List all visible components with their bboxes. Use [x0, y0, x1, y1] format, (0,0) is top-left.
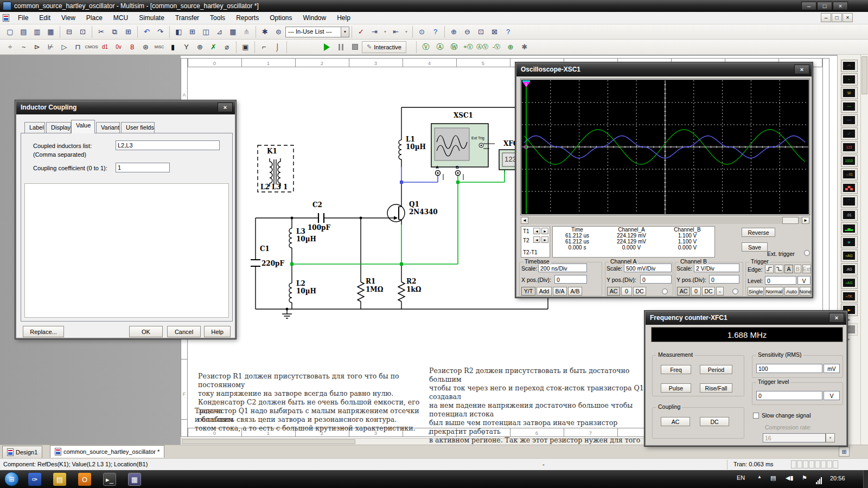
voltage-probe-icon[interactable]: Ⓥ [420, 42, 431, 53]
basic-components-icon[interactable]: ~ [17, 41, 30, 53]
menu-tools[interactable]: Tools [205, 12, 231, 23]
replace-button[interactable]: Replace... [23, 326, 64, 337]
menu-mcu[interactable]: MCU [108, 12, 133, 23]
flag-icon[interactable]: ⚑ [802, 474, 807, 481]
oscilloscope-title-bar[interactable]: Oscilloscope-XSC1 × [516, 63, 812, 76]
tektronix-scope-icon[interactable]: ≈TK [841, 290, 858, 303]
print-preview-icon[interactable]: ⊡ [76, 26, 89, 38]
action-center-icon[interactable]: ▤ [770, 474, 776, 481]
close-button[interactable]: × [833, 2, 848, 10]
menu-view[interactable]: View [56, 12, 81, 23]
trigger-none-button[interactable]: None [800, 287, 811, 296]
component-ref-c1[interactable]: C1 [260, 245, 270, 253]
component-value-l2[interactable]: 10µH [296, 287, 316, 295]
four-channel-scope-icon[interactable]: ~~ [841, 114, 858, 126]
run-button[interactable] [321, 41, 333, 53]
logic-converter-icon[interactable]: →01 [841, 168, 858, 181]
coupling-ac-button[interactable]: AC [661, 417, 690, 426]
sensitivity-field[interactable]: 100 [756, 364, 822, 373]
taskbar-app1-icon[interactable]: ✑ [28, 473, 41, 486]
tab-scroll-icon[interactable]: ⊞ [839, 447, 850, 457]
menu-edit[interactable]: Edit [34, 12, 56, 23]
t1-left-icon[interactable]: ◄ [533, 228, 540, 234]
backannotate-dropdown-icon[interactable]: ▼ [403, 26, 410, 38]
open-icon[interactable]: ▤ [17, 26, 30, 38]
combo-arrow-icon[interactable]: ▼ [341, 27, 349, 37]
hierarchical-block-icon[interactable]: ⌐ [258, 41, 270, 53]
breadboard-icon[interactable]: ▦ [227, 26, 239, 38]
tab-label[interactable]: Label [24, 122, 45, 133]
component-value-l3[interactable]: 10µH [296, 235, 316, 243]
save-button[interactable]: Save [742, 242, 768, 252]
slow-change-checkbox[interactable] [753, 413, 759, 419]
menu-file[interactable]: File [12, 12, 34, 23]
channel-b-radio[interactable] [732, 288, 738, 294]
ok-button[interactable]: OK [129, 326, 163, 337]
ttl-components-icon[interactable]: ⊓ [72, 41, 84, 53]
frequency-counter-close-icon[interactable]: × [829, 313, 844, 323]
transfer-dropdown-icon[interactable]: ▼ [382, 26, 388, 38]
timebase-scale-field[interactable]: 200 ns/Div [538, 264, 587, 272]
minimize-button[interactable]: – [801, 2, 816, 10]
taskbar-explorer-icon[interactable]: ▤ [53, 473, 66, 486]
edge-falling-icon[interactable] [775, 265, 783, 273]
zoom-in-icon[interactable]: ⊕ [448, 26, 460, 38]
digital-probe-icon[interactable]: ⊕ [505, 42, 516, 53]
spectrum-analyzer-icon[interactable]: ▂▅▃ [841, 222, 858, 235]
tab-design1[interactable]: Design1 [2, 446, 42, 458]
channel-a-ac-button[interactable]: AC [607, 287, 620, 296]
diode-components-icon[interactable]: ⊳ [31, 41, 43, 53]
taskbar-multisim-icon[interactable]: ▦ [128, 473, 141, 486]
frequency-counter-icon[interactable]: 123 [841, 141, 858, 153]
component-value-c2[interactable]: 100pF [308, 224, 330, 232]
indicator-components-icon[interactable]: 8 [126, 41, 138, 53]
mcu-icon[interactable]: ▣ [239, 41, 252, 53]
misc-digital-icon[interactable]: d1 [99, 41, 111, 53]
power-probe-icon[interactable]: Ⓦ [449, 42, 459, 53]
add-mode-button[interactable]: Add [537, 287, 552, 296]
channel-b-ac-button[interactable]: AC [677, 287, 690, 296]
zoom-out-icon[interactable]: ⊖ [461, 26, 474, 38]
ext-trigger-radio[interactable] [804, 250, 810, 256]
component-ref-c2[interactable]: C2 [312, 201, 322, 209]
ba-mode-button[interactable]: B/A [553, 287, 567, 296]
tab-display[interactable]: Display [46, 122, 71, 133]
power-components-icon[interactable]: ⊛ [139, 41, 152, 53]
component-value-q1[interactable]: 2N4340 [409, 208, 438, 216]
agilent-scope-icon[interactable]: ≈AG [841, 277, 858, 289]
database-manager-icon[interactable]: ⊜ [272, 26, 285, 38]
coupled-inductors-input[interactable]: L2,L3 [116, 140, 220, 150]
component-value-c1[interactable]: 220pF [261, 260, 284, 267]
t1-right-icon[interactable]: ► [541, 228, 548, 234]
trigger-b-button[interactable]: B [794, 265, 801, 273]
stop-button[interactable] [349, 41, 361, 53]
logic-analyzer-icon[interactable]: ▄▀▄ [841, 182, 858, 194]
coupling-dc-button[interactable]: DC [700, 417, 729, 426]
component-value-r2[interactable]: 1kΩ [406, 286, 421, 293]
ab-mode-button[interactable]: A/B [568, 287, 582, 296]
menu-transfer[interactable]: Transfer [170, 12, 205, 23]
rise-fall-button[interactable]: Rise/Fall [700, 383, 732, 393]
tab-value[interactable]: Value [71, 120, 95, 133]
help-mode-icon[interactable]: ? [429, 26, 442, 38]
ni-components-icon[interactable]: ✗ [207, 41, 220, 53]
hierarchy-icon[interactable]: ⋔ [240, 26, 253, 38]
network-analyzer-icon[interactable]: ⊗ [841, 236, 858, 248]
scope-scroll-right-icon[interactable]: ► [802, 217, 809, 224]
pulse-button[interactable]: Pulse [661, 383, 691, 393]
channel-b-dc-button[interactable]: DC [702, 287, 715, 296]
help-icon[interactable]: ? [502, 26, 514, 38]
trigger-auto-button[interactable]: Auto [784, 287, 799, 296]
bode-plotter-icon[interactable]: ⟋ [841, 127, 858, 140]
show-desktop-button[interactable] [863, 470, 868, 488]
tray-expand-icon[interactable]: ▲ [757, 474, 762, 479]
find-icon[interactable]: ⊙ [416, 26, 428, 38]
ref-voltage-probe-icon[interactable]: -Ⓥ [491, 42, 502, 53]
print-icon[interactable]: ⊟ [63, 26, 75, 38]
frequency-counter-title-bar[interactable]: Frequency counter-XFC1 × [646, 312, 846, 325]
spreadsheet-icon[interactable]: ◫ [200, 26, 212, 38]
scope-scrollbar[interactable]: ◄ ► [521, 217, 809, 224]
coupling-coefficient-input[interactable]: 1 [116, 163, 170, 172]
mixed-components-icon[interactable]: 0v [112, 41, 125, 53]
component-ref-l3[interactable]: L3 [296, 228, 305, 235]
